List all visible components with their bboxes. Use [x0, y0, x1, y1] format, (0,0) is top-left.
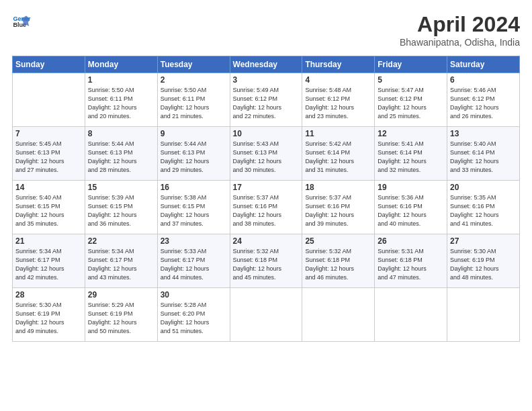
- cell-info: Sunrise: 5:50 AM Sunset: 6:11 PM Dayligh…: [88, 86, 154, 121]
- day-number: 3: [233, 75, 300, 85]
- calendar-cell: [447, 288, 520, 342]
- calendar-cell: 26Sunrise: 5:31 AM Sunset: 6:18 PM Dayli…: [375, 234, 447, 288]
- cell-info: Sunrise: 5:43 AM Sunset: 6:13 PM Dayligh…: [233, 140, 300, 175]
- cell-info: Sunrise: 5:48 AM Sunset: 6:12 PM Dayligh…: [305, 86, 371, 121]
- day-number: 28: [15, 290, 82, 300]
- calendar-cell: 23Sunrise: 5:33 AM Sunset: 6:17 PM Dayli…: [157, 234, 230, 288]
- calendar-week-row: 14Sunrise: 5:40 AM Sunset: 6:15 PM Dayli…: [13, 181, 520, 234]
- cell-info: Sunrise: 5:35 AM Sunset: 6:16 PM Dayligh…: [450, 193, 517, 228]
- day-number: 15: [88, 183, 154, 192]
- day-number: 7: [15, 129, 82, 138]
- calendar-week-row: 21Sunrise: 5:34 AM Sunset: 6:17 PM Dayli…: [13, 234, 520, 288]
- cell-info: Sunrise: 5:28 AM Sunset: 6:20 PM Dayligh…: [161, 301, 227, 336]
- calendar-cell: 29Sunrise: 5:29 AM Sunset: 6:19 PM Dayli…: [85, 288, 157, 342]
- cell-info: Sunrise: 5:30 AM Sunset: 6:19 PM Dayligh…: [15, 301, 82, 336]
- calendar-cell: 22Sunrise: 5:34 AM Sunset: 6:17 PM Dayli…: [85, 234, 157, 288]
- cell-info: Sunrise: 5:29 AM Sunset: 6:19 PM Dayligh…: [88, 301, 154, 336]
- day-number: 16: [161, 183, 227, 192]
- cell-info: Sunrise: 5:50 AM Sunset: 6:11 PM Dayligh…: [161, 86, 227, 121]
- calendar-cell: [375, 288, 447, 342]
- cell-info: Sunrise: 5:32 AM Sunset: 6:18 PM Dayligh…: [233, 247, 300, 282]
- calendar-cell: 16Sunrise: 5:38 AM Sunset: 6:15 PM Dayli…: [157, 181, 230, 234]
- day-number: 13: [450, 129, 517, 138]
- day-number: 29: [88, 290, 154, 300]
- calendar-header-row: SundayMondayTuesdayWednesdayThursdayFrid…: [13, 56, 520, 73]
- calendar-cell: [230, 288, 302, 342]
- day-number: 17: [233, 183, 300, 192]
- calendar-week-row: 28Sunrise: 5:30 AM Sunset: 6:19 PM Dayli…: [13, 288, 520, 342]
- cell-info: Sunrise: 5:44 AM Sunset: 6:13 PM Dayligh…: [88, 140, 154, 175]
- calendar-cell: 19Sunrise: 5:36 AM Sunset: 6:16 PM Dayli…: [375, 181, 447, 234]
- calendar-week-row: 1Sunrise: 5:50 AM Sunset: 6:11 PM Daylig…: [13, 73, 520, 127]
- cell-info: Sunrise: 5:32 AM Sunset: 6:18 PM Dayligh…: [305, 247, 371, 282]
- weekday-header-tuesday: Tuesday: [157, 56, 230, 73]
- weekday-header-sunday: Sunday: [13, 56, 85, 73]
- cell-info: Sunrise: 5:49 AM Sunset: 6:12 PM Dayligh…: [233, 86, 300, 121]
- weekday-header-monday: Monday: [85, 56, 157, 73]
- cell-info: Sunrise: 5:40 AM Sunset: 6:14 PM Dayligh…: [450, 140, 517, 175]
- calendar-cell: 10Sunrise: 5:43 AM Sunset: 6:13 PM Dayli…: [230, 127, 302, 181]
- calendar-cell: 5Sunrise: 5:47 AM Sunset: 6:12 PM Daylig…: [375, 73, 447, 127]
- logo-icon: General Blue: [12, 12, 31, 31]
- calendar-cell: 20Sunrise: 5:35 AM Sunset: 6:16 PM Dayli…: [447, 181, 520, 234]
- day-number: 19: [378, 183, 444, 192]
- day-number: 18: [305, 183, 371, 192]
- day-number: 8: [88, 129, 154, 138]
- cell-info: Sunrise: 5:45 AM Sunset: 6:13 PM Dayligh…: [15, 140, 82, 175]
- calendar-cell: 7Sunrise: 5:45 AM Sunset: 6:13 PM Daylig…: [13, 127, 85, 181]
- calendar-cell: 9Sunrise: 5:44 AM Sunset: 6:13 PM Daylig…: [157, 127, 230, 181]
- cell-info: Sunrise: 5:39 AM Sunset: 6:15 PM Dayligh…: [88, 193, 154, 228]
- cell-info: Sunrise: 5:42 AM Sunset: 6:14 PM Dayligh…: [305, 140, 371, 175]
- calendar-table: SundayMondayTuesdayWednesdayThursdayFrid…: [12, 56, 520, 342]
- cell-info: Sunrise: 5:34 AM Sunset: 6:17 PM Dayligh…: [88, 247, 154, 282]
- weekday-header-thursday: Thursday: [302, 56, 375, 73]
- day-number: 20: [450, 183, 517, 192]
- day-number: 21: [15, 236, 82, 246]
- cell-info: Sunrise: 5:36 AM Sunset: 6:16 PM Dayligh…: [378, 193, 444, 228]
- calendar-cell: 27Sunrise: 5:30 AM Sunset: 6:19 PM Dayli…: [447, 234, 520, 288]
- title-section: April 2024 Bhawanipatna, Odisha, India: [400, 12, 520, 48]
- day-number: 1: [88, 75, 154, 85]
- day-number: 23: [161, 236, 227, 246]
- calendar-cell: 30Sunrise: 5:28 AM Sunset: 6:20 PM Dayli…: [157, 288, 230, 342]
- calendar-cell: 25Sunrise: 5:32 AM Sunset: 6:18 PM Dayli…: [302, 234, 375, 288]
- calendar-cell: 24Sunrise: 5:32 AM Sunset: 6:18 PM Dayli…: [230, 234, 302, 288]
- day-number: 26: [378, 236, 444, 246]
- calendar-cell: [302, 288, 375, 342]
- cell-info: Sunrise: 5:33 AM Sunset: 6:17 PM Dayligh…: [161, 247, 227, 282]
- calendar-cell: 21Sunrise: 5:34 AM Sunset: 6:17 PM Dayli…: [13, 234, 85, 288]
- day-number: 4: [305, 75, 371, 85]
- day-number: 10: [233, 129, 300, 138]
- cell-info: Sunrise: 5:34 AM Sunset: 6:17 PM Dayligh…: [15, 247, 82, 282]
- day-number: 2: [161, 75, 227, 85]
- calendar-cell: 17Sunrise: 5:37 AM Sunset: 6:16 PM Dayli…: [230, 181, 302, 234]
- cell-info: Sunrise: 5:44 AM Sunset: 6:13 PM Dayligh…: [161, 140, 227, 175]
- calendar-cell: 3Sunrise: 5:49 AM Sunset: 6:12 PM Daylig…: [230, 73, 302, 127]
- calendar-body: 1Sunrise: 5:50 AM Sunset: 6:11 PM Daylig…: [13, 73, 520, 342]
- cell-info: Sunrise: 5:46 AM Sunset: 6:12 PM Dayligh…: [450, 86, 517, 121]
- cell-info: Sunrise: 5:31 AM Sunset: 6:18 PM Dayligh…: [378, 247, 444, 282]
- day-number: 27: [450, 236, 517, 246]
- calendar-cell: 13Sunrise: 5:40 AM Sunset: 6:14 PM Dayli…: [447, 127, 520, 181]
- calendar-week-row: 7Sunrise: 5:45 AM Sunset: 6:13 PM Daylig…: [13, 127, 520, 181]
- calendar-cell: 28Sunrise: 5:30 AM Sunset: 6:19 PM Dayli…: [13, 288, 85, 342]
- calendar-cell: 15Sunrise: 5:39 AM Sunset: 6:15 PM Dayli…: [85, 181, 157, 234]
- calendar-cell: 11Sunrise: 5:42 AM Sunset: 6:14 PM Dayli…: [302, 127, 375, 181]
- cell-info: Sunrise: 5:40 AM Sunset: 6:15 PM Dayligh…: [15, 193, 82, 228]
- calendar-cell: 18Sunrise: 5:37 AM Sunset: 6:16 PM Dayli…: [302, 181, 375, 234]
- cell-info: Sunrise: 5:30 AM Sunset: 6:19 PM Dayligh…: [450, 247, 517, 282]
- page-container: General Blue April 2024 Bhawanipatna, Od…: [0, 0, 532, 349]
- calendar-cell: 8Sunrise: 5:44 AM Sunset: 6:13 PM Daylig…: [85, 127, 157, 181]
- page-header: General Blue April 2024 Bhawanipatna, Od…: [12, 12, 520, 48]
- weekday-header-saturday: Saturday: [447, 56, 520, 73]
- location: Bhawanipatna, Odisha, India: [400, 37, 520, 48]
- cell-info: Sunrise: 5:37 AM Sunset: 6:16 PM Dayligh…: [305, 193, 371, 228]
- month-title: April 2024: [400, 12, 520, 37]
- cell-info: Sunrise: 5:37 AM Sunset: 6:16 PM Dayligh…: [233, 193, 300, 228]
- day-number: 25: [305, 236, 371, 246]
- day-number: 11: [305, 129, 371, 138]
- day-number: 24: [233, 236, 300, 246]
- weekday-header-friday: Friday: [375, 56, 447, 73]
- cell-info: Sunrise: 5:38 AM Sunset: 6:15 PM Dayligh…: [161, 193, 227, 228]
- cell-info: Sunrise: 5:41 AM Sunset: 6:14 PM Dayligh…: [378, 140, 444, 175]
